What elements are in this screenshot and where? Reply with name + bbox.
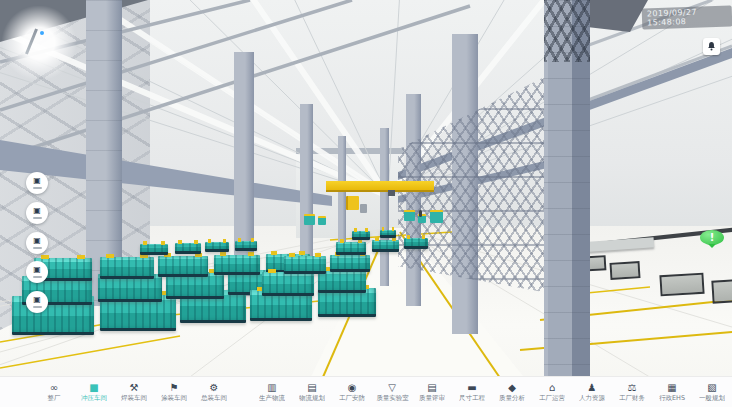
tab-label: 总装车间 <box>201 394 227 401</box>
tab-label: 整厂 <box>48 394 61 401</box>
factory-icon: ⌂ <box>549 382 555 394</box>
general-doc-icon: ▧ <box>707 382 716 394</box>
tab-label: 质量分析 <box>499 394 525 401</box>
shield-icon: ◆ <box>508 382 516 394</box>
person-icon: ♟ <box>588 382 597 394</box>
tab-label: 焊装车间 <box>121 394 147 401</box>
press-machine-icon: ▣ <box>33 237 41 245</box>
tab-logistics-planning[interactable]: ▤物流规划 <box>292 382 332 402</box>
notification-button[interactable] <box>703 38 720 55</box>
welding-icon: ⚒ <box>130 382 139 394</box>
bottom-toolbar: ∞整厂■冲压车间⚒焊装车间⚑涂装车间⚙总装车间▥生产物流▤物流规划◉工厂安防▽质… <box>0 376 732 407</box>
stamping-die-block <box>284 256 326 274</box>
tab-quality-lab[interactable]: ▽质量实验室 <box>372 382 412 402</box>
stamping-die-block <box>235 241 257 251</box>
tab-label: 一般规划 <box>699 394 725 401</box>
machine <box>304 214 315 225</box>
machine <box>318 216 326 225</box>
tab-label: 人力资源 <box>579 394 605 401</box>
stamping-die-block <box>205 242 229 252</box>
paint-spray-icon: ⚑ <box>170 382 179 394</box>
office-window <box>711 279 732 303</box>
office-window <box>659 273 704 297</box>
station-hotspot-button[interactable]: ▣ <box>26 172 48 194</box>
machine <box>430 210 443 223</box>
datetime-display: 2019/09/27 15:48:08 <box>642 5 732 29</box>
tab-label: 尺寸工程 <box>459 394 485 401</box>
tab-dimension-engineering[interactable]: ▬尺寸工程 <box>452 382 492 402</box>
tab-welding-workshop[interactable]: ⚒焊装车间 <box>114 382 154 402</box>
stamping-die-block <box>140 244 168 255</box>
stamping-die-block <box>352 231 370 240</box>
station-hotspot-button[interactable]: ▣ <box>26 261 48 283</box>
grid-icon: ▦ <box>667 382 676 394</box>
factory-3d-viewport[interactable]: ! 2019/09/27 15:48:08 ▣▣▣▣▣ <box>0 0 732 407</box>
tab-factory-finance[interactable]: ⚖工厂财务 <box>612 382 652 402</box>
finance-scales-icon: ⚖ <box>628 382 637 394</box>
small-equipment <box>360 204 367 213</box>
truck-icon: ▥ <box>267 382 276 394</box>
tab-assembly-workshop[interactable]: ⚙总装车间 <box>194 382 234 402</box>
stamping-die-block <box>214 255 260 275</box>
tab-quality-analysis[interactable]: ◆质量分析 <box>492 382 532 402</box>
tab-human-resources[interactable]: ♟人力资源 <box>572 382 612 402</box>
plant-overview-icon: ∞ <box>50 382 58 394</box>
office-window <box>610 261 641 280</box>
tab-factory-operations[interactable]: ⌂工厂运营 <box>532 382 572 402</box>
stamping-die-block <box>404 238 428 249</box>
tab-label: 生产物流 <box>259 394 285 401</box>
stamping-die-block <box>100 257 154 279</box>
tab-label: 物流规划 <box>299 394 325 401</box>
review-doc-icon: ▤ <box>427 382 436 394</box>
steel-column-foreground <box>544 0 590 392</box>
tab-label: 涂装车间 <box>161 394 187 401</box>
machine <box>404 210 415 221</box>
press-machine-icon: ▣ <box>33 266 41 274</box>
stamping-die-block <box>262 272 314 296</box>
planning-doc-icon: ▤ <box>307 382 316 394</box>
steel-column <box>380 128 389 286</box>
stamping-die-block <box>372 240 399 252</box>
tab-label: 质量评审 <box>419 394 445 401</box>
tab-label: 工厂安防 <box>339 394 365 401</box>
status-marker[interactable]: ! <box>700 230 724 245</box>
tab-production-logistics[interactable]: ▥生产物流 <box>252 382 292 402</box>
flask-icon: ▽ <box>388 382 396 394</box>
station-hotspot-button[interactable]: ▣ <box>26 232 48 254</box>
stamping-die-block <box>336 242 366 255</box>
worker-figure <box>419 210 422 217</box>
tab-label: 工厂运营 <box>539 394 565 401</box>
tab-general-planning[interactable]: ▧一般规划 <box>692 382 732 402</box>
tab-admin-ehs[interactable]: ▦行政EHS <box>652 382 692 402</box>
press-machine-icon: ▣ <box>33 177 41 185</box>
station-hotspot-button[interactable]: ▣ <box>26 202 48 224</box>
tab-stamping-workshop[interactable]: ■冲压车间 <box>74 382 114 402</box>
camera-icon: ◉ <box>348 382 357 394</box>
light-tip <box>40 31 44 35</box>
tab-label: 质量实验室 <box>376 394 408 401</box>
ruler-icon: ▬ <box>467 382 476 394</box>
bell-icon <box>705 40 718 53</box>
assembly-gear-icon: ⚙ <box>210 382 219 394</box>
stamping-die-block <box>158 256 208 277</box>
station-hotspot-button[interactable]: ▣ <box>26 291 48 313</box>
tab-quality-review[interactable]: ▤质量评审 <box>412 382 452 402</box>
crane-trolley <box>388 190 395 196</box>
tab-label: 冲压车间 <box>81 394 107 401</box>
stamping-die-block <box>380 230 396 238</box>
press-machine-icon: ▣ <box>33 207 41 215</box>
tab-label: 工厂财务 <box>619 394 645 401</box>
stamping-die-block <box>330 255 370 272</box>
tab-label: 行政EHS <box>659 394 685 401</box>
forklift <box>346 196 359 210</box>
tab-plant-overview[interactable]: ∞整厂 <box>34 382 74 402</box>
stamping-press-icon: ■ <box>89 382 98 394</box>
tab-factory-security[interactable]: ◉工厂安防 <box>332 382 372 402</box>
tab-painting-workshop[interactable]: ⚑涂装车间 <box>154 382 194 402</box>
stamping-die-block <box>175 243 201 254</box>
press-machine-icon: ▣ <box>33 296 41 304</box>
overhead-crane-beam <box>326 181 434 192</box>
